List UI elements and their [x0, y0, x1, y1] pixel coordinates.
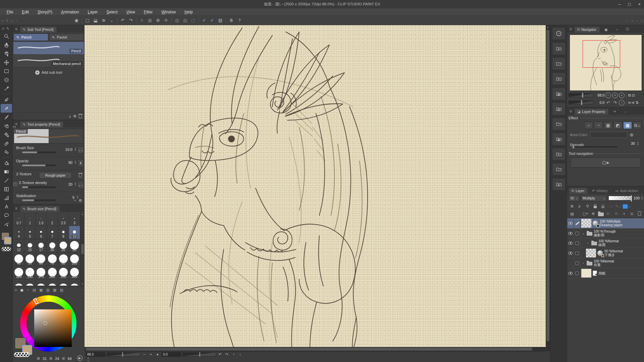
- brush-size-30[interactable]: 30: [69, 239, 80, 252]
- new-raster-layer-icon[interactable]: ▢+: [582, 212, 589, 217]
- brush-size-1[interactable]: 1: [24, 213, 35, 226]
- select-add-icon[interactable]: ▨: [181, 17, 189, 24]
- rotate-cw-icon[interactable]: ↷: [224, 352, 229, 357]
- layer-thumbnail[interactable]: [581, 219, 591, 228]
- layer-visibility-cell[interactable]: [567, 229, 574, 238]
- strength-spinner[interactable]: ▲▼: [637, 141, 639, 145]
- tool-eyedropper-icon[interactable]: [1, 84, 12, 93]
- material-balloon-icon[interactable]: ○: [552, 163, 566, 176]
- pin-icon[interactable]: ⚲: [584, 204, 591, 208]
- strength-slider[interactable]: [572, 146, 617, 147]
- tool-ruler-icon[interactable]: [1, 193, 12, 202]
- tool-property-tab[interactable]: ✎ Tool property [Pencil]: [20, 121, 64, 127]
- strength-value[interactable]: 30: [631, 141, 635, 145]
- panel-menu-icon[interactable]: ≡: [569, 27, 573, 33]
- sub-tool-item[interactable]: Pencil: [13, 42, 84, 55]
- tool-airbrush-icon[interactable]: [1, 121, 12, 130]
- canvas-viewport[interactable]: ∧ 88.0 − + ■ 0.0 ↶ ↷ ◔ ‹ ∧∧: [85, 25, 550, 362]
- material-doc-icon[interactable]: 🗎: [227, 17, 235, 24]
- canvas-rotation-value[interactable]: 0.0: [162, 352, 181, 357]
- brush-size-value[interactable]: 10.0: [65, 147, 72, 152]
- scroll-up-icon[interactable]: ∧: [82, 213, 84, 216]
- sub-color-swatch[interactable]: [4, 237, 11, 244]
- saturation-value-square[interactable]: [34, 309, 72, 347]
- undo-icon[interactable]: ↶: [119, 17, 127, 24]
- expand-icon[interactable]: +: [13, 182, 17, 186]
- color-set-tab-icon[interactable]: ▣: [39, 288, 43, 292]
- layer-thumbnail[interactable]: [581, 269, 591, 278]
- layer-edit-cell[interactable]: [574, 218, 581, 228]
- dock-handle-icon[interactable]: ‹: [14, 18, 19, 22]
- tone-effect-icon[interactable]: ◔: [594, 122, 603, 129]
- tool-move-layer-icon[interactable]: [1, 58, 12, 67]
- brush-size-6[interactable]: 6: [36, 226, 46, 239]
- transparent-color-swatch[interactable]: [2, 247, 11, 251]
- tool-navigation-button[interactable]: ⬡➤: [571, 158, 641, 168]
- layer-edit-cell[interactable]: [574, 229, 581, 238]
- material-monochromic-icon[interactable]: ▩: [552, 87, 566, 100]
- brush-size-70[interactable]: 70: [47, 253, 58, 266]
- dock-handle-icon[interactable]: «: [0, 18, 5, 22]
- lock-transparent-icon[interactable]: [599, 204, 606, 209]
- item-bank-tab[interactable]: ◔: [613, 26, 622, 33]
- tool-strip-menu-icon[interactable]: ≡: [2, 26, 4, 31]
- brush-size-250[interactable]: 250: [58, 266, 69, 279]
- canvas-rotation-slider[interactable]: [182, 352, 216, 357]
- nav-zoom-out-icon[interactable]: −: [605, 93, 611, 98]
- maximize-button[interactable]: □: [628, 2, 631, 7]
- expression-color-icon[interactable]: ⧉⌄: [633, 122, 642, 129]
- brush-size-2[interactable]: 2: [47, 213, 58, 226]
- brush-size-3[interactable]: 3: [69, 213, 80, 226]
- opacity-slider[interactable]: [22, 165, 56, 166]
- checkbox-icon[interactable]: [575, 251, 579, 255]
- apply-mask-icon[interactable]: ▣: [628, 212, 635, 217]
- tool-correct-line-icon[interactable]: [1, 220, 12, 228]
- checkbox-icon[interactable]: [575, 241, 579, 245]
- brush-size-300[interactable]: 300: [69, 266, 80, 279]
- brush-size-12[interactable]: 12: [13, 239, 24, 252]
- layer-search-tab[interactable]: ◌: [621, 109, 630, 115]
- zoom-fit-icon[interactable]: ■: [155, 353, 160, 356]
- intermediate-color-tab-icon[interactable]: ▧: [60, 288, 63, 292]
- tool-eraser-icon[interactable]: [1, 139, 12, 147]
- tab-history[interactable]: ↶History: [589, 187, 611, 194]
- brush-size-20[interactable]: 20: [47, 239, 58, 252]
- tool-blend-icon[interactable]: [1, 147, 12, 156]
- menu-layer[interactable]: Layer: [84, 9, 102, 15]
- rotate-right-icon[interactable]: ↷: [612, 100, 618, 106]
- brush-size-200[interactable]: 200: [47, 266, 58, 279]
- brush-size-large[interactable]: [58, 280, 69, 286]
- sub-view-tab[interactable]: ▣: [601, 26, 611, 33]
- brush-size-120[interactable]: 120: [13, 266, 24, 279]
- tool-gradient-icon[interactable]: [1, 167, 12, 176]
- delete-sub-tool-icon[interactable]: [79, 115, 82, 118]
- menu-window[interactable]: Window: [157, 9, 180, 15]
- rotate-left-icon[interactable]: ↶: [605, 100, 611, 106]
- extract-line-effect-icon[interactable]: ▦: [623, 122, 632, 129]
- select-new-icon[interactable]: ▧: [173, 17, 181, 24]
- brush-size-60[interactable]: 60: [36, 253, 46, 266]
- combine-to-lower-icon[interactable]: ⧉: [613, 212, 620, 217]
- blend-mode-dropdown[interactable]: Multiply⌄: [581, 195, 607, 201]
- texture-density-spinner[interactable]: ▲▼: [74, 182, 76, 186]
- sub-tool-tab[interactable]: ✎ Sub Tool [Pencil]: [20, 26, 57, 33]
- color-history-icon[interactable]: ▶: [77, 355, 83, 361]
- reset-all-settings-icon[interactable]: ◔: [73, 198, 76, 202]
- tool-figure-icon[interactable]: [1, 176, 12, 185]
- rotate-ccw-icon[interactable]: ↶: [217, 352, 223, 357]
- light-table-icon[interactable]: ⍼: [576, 204, 583, 208]
- actual-size-icon[interactable]: ⊡: [632, 93, 635, 98]
- brush-size-150[interactable]: 150: [24, 266, 35, 279]
- brush-size-7[interactable]: 7: [47, 226, 58, 239]
- brush-size-dynamics-button[interactable]: ⌄⌄: [77, 146, 84, 154]
- color-slider-tab-icon[interactable]: ▤: [33, 288, 36, 292]
- brush-size-4[interactable]: 4: [13, 226, 24, 239]
- delete-layer-icon[interactable]: [636, 212, 643, 217]
- collapse-bar-icon[interactable]: ‹: [237, 352, 243, 356]
- flip-horizontal-icon[interactable]: ⊳⊲: [628, 101, 634, 105]
- brush-size-scrollbar[interactable]: ∧ ∨: [80, 213, 84, 286]
- brush-size-170[interactable]: 170: [36, 266, 46, 279]
- layer-row[interactable]: ⌄100 %Through撮影用: [567, 229, 644, 238]
- menu-animation[interactable]: Animation: [57, 9, 83, 15]
- layer-edit-cell[interactable]: [574, 258, 581, 268]
